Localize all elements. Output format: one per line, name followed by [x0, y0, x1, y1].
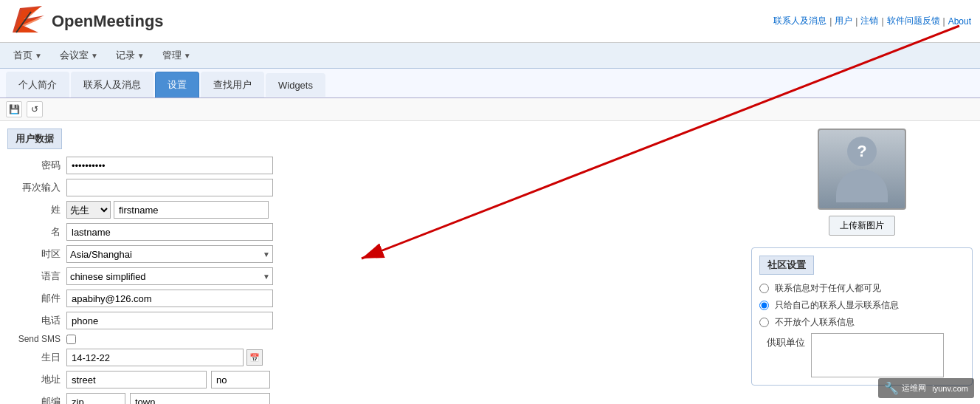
avatar-body [836, 169, 888, 202]
phone-row: 电话 [7, 312, 739, 329]
nav-home[interactable]: 首页 ▼ [6, 46, 49, 65]
sms-row: Send SMS [7, 334, 739, 344]
address2-input[interactable] [211, 371, 270, 388]
firstname-input[interactable] [114, 201, 269, 219]
phone-input[interactable] [66, 312, 273, 329]
avatar-section: ? 上传新图片 [751, 129, 973, 236]
zip-input[interactable] [66, 393, 125, 404]
avatar-question-mark: ? [847, 137, 877, 166]
logo-icon [9, 4, 46, 38]
watermark-text: 运维网 [902, 383, 926, 394]
nav-feedback-link[interactable]: 软件问题反馈 [887, 15, 940, 27]
salutation-select[interactable]: 先生 女士 [66, 201, 111, 219]
nav-contact-link[interactable]: 联系人及消息 [773, 15, 827, 27]
tab-find-user[interactable]: 查找用户 [201, 72, 264, 97]
watermark: 🔧 运维网 iyunv.com [878, 378, 974, 398]
upload-photo-button[interactable]: 上传新图片 [829, 216, 895, 236]
language-select[interactable]: chinese simplified english german [66, 267, 273, 285]
zip-fields [66, 393, 270, 404]
visibility-radio-3[interactable] [759, 318, 769, 327]
visibility-radio-2[interactable] [759, 301, 769, 310]
nav-about-link[interactable]: About [948, 16, 971, 27]
language-dropdown[interactable]: chinese simplified english german ▼ [66, 267, 273, 285]
header-nav: 联系人及消息 | 用户 | 注销 | 软件问题反馈 | About [773, 15, 971, 27]
password-row: 密码 [7, 157, 739, 174]
employer-row: 供职单位 [759, 333, 965, 377]
nav-admin-arrow: ▼ [184, 52, 191, 60]
employer-label: 供职单位 [759, 333, 811, 349]
nav-home-arrow: ▼ [35, 52, 42, 60]
tab-settings[interactable]: 设置 [155, 72, 199, 97]
toolbar: 💾 ↺ [0, 98, 980, 121]
birthday-row: 生日 📅 [7, 349, 739, 366]
phone-label: 电话 [7, 314, 66, 327]
main-content: 用户数据 密码 再次输入 姓 先生 女士 名 [0, 121, 980, 404]
reenter-label: 再次输入 [7, 181, 66, 194]
address-row: 地址 [7, 371, 739, 388]
password-input[interactable] [66, 157, 273, 174]
avatar-box: ? [818, 129, 906, 210]
nav-user-link[interactable]: 用户 [835, 15, 852, 27]
name-fields: 先生 女士 [66, 201, 269, 219]
community-section: 社区设置 联系信息对于任何人都可见 只给自己的联系人显示联系信息 不开放个人联系… [751, 247, 973, 386]
lastname-input[interactable] [66, 223, 273, 241]
tab-contacts[interactable]: 联系人及消息 [71, 72, 153, 97]
lastname-row: 姓 先生 女士 [7, 201, 739, 219]
nav-logout-link[interactable]: 注销 [860, 15, 878, 27]
nav-admin[interactable]: 管理 ▼ [155, 46, 199, 65]
nav-records[interactable]: 记录 ▼ [108, 46, 152, 65]
watermark-icon: 🔧 [884, 381, 899, 395]
calendar-icon[interactable]: 📅 [246, 349, 263, 366]
avatar-person: ? [836, 137, 888, 202]
birthday-fields: 📅 [66, 349, 263, 366]
employer-textarea[interactable] [811, 333, 944, 377]
nav-records-arrow: ▼ [137, 52, 145, 60]
lastname-label: 姓 [7, 203, 66, 216]
town-input[interactable] [130, 393, 270, 404]
right-panel: ? 上传新图片 社区设置 联系信息对于任何人都可见 只给自己的联系人显示联系信息… [751, 129, 973, 404]
language-label: 语言 [7, 270, 66, 283]
community-title: 社区设置 [759, 256, 814, 275]
visibility-option-3: 不开放个人联系信息 [759, 316, 965, 329]
app-title: OpenMeetings [52, 12, 164, 31]
timezone-row: 时区 Asia/Shanghai UTC America/New_York ▼ [7, 245, 739, 263]
refresh-button[interactable]: ↺ [27, 101, 43, 117]
timezone-label: 时区 [7, 247, 66, 261]
visibility-option-1: 联系信息对于任何人都可见 [759, 282, 965, 295]
sms-label: Send SMS [7, 334, 66, 344]
timezone-dropdown[interactable]: Asia/Shanghai UTC America/New_York ▼ [66, 245, 273, 263]
save-button[interactable]: 💾 [6, 101, 22, 117]
header-left: OpenMeetings [9, 4, 164, 38]
tab-widgets[interactable]: Widgets [266, 73, 325, 97]
reenter-row: 再次输入 [7, 179, 739, 196]
password-label: 密码 [7, 159, 66, 172]
visibility-radio-1[interactable] [759, 284, 769, 293]
nav-conference-arrow: ▼ [91, 52, 98, 60]
reenter-input[interactable] [66, 179, 273, 196]
visibility-option-2: 只给自己的联系人显示联系信息 [759, 299, 965, 312]
section-title: 用户数据 [7, 129, 62, 149]
tabbar: 个人简介 联系人及消息 设置 查找用户 Widgets [0, 69, 980, 98]
language-row: 语言 chinese simplified english german ▼ [7, 267, 739, 285]
navbar: 首页 ▼ 会议室 ▼ 记录 ▼ 管理 ▼ [0, 43, 980, 69]
address-label: 地址 [7, 373, 66, 386]
header: OpenMeetings 联系人及消息 | 用户 | 注销 | 软件问题反馈 |… [0, 0, 980, 43]
firstname-label: 名 [7, 225, 66, 239]
zip-label: 邮编 [7, 395, 66, 404]
street-input[interactable] [66, 371, 207, 388]
watermark-subtext: iyunv.com [932, 384, 968, 393]
email-row: 邮件 [7, 290, 739, 307]
email-label: 邮件 [7, 292, 66, 305]
tab-profile[interactable]: 个人简介 [6, 72, 69, 97]
timezone-select[interactable]: Asia/Shanghai UTC America/New_York [66, 245, 273, 263]
email-input[interactable] [66, 290, 273, 307]
birthday-input[interactable] [66, 349, 244, 366]
logo-area: OpenMeetings [9, 4, 164, 38]
nav-conference[interactable]: 会议室 ▼ [52, 46, 106, 65]
address-fields [66, 371, 270, 388]
zip-row: 邮编 [7, 393, 739, 404]
birthday-label: 生日 [7, 351, 66, 364]
firstname-row: 名 [7, 223, 739, 241]
form-panel: 用户数据 密码 再次输入 姓 先生 女士 名 [7, 129, 739, 404]
sms-checkbox[interactable] [66, 335, 76, 344]
